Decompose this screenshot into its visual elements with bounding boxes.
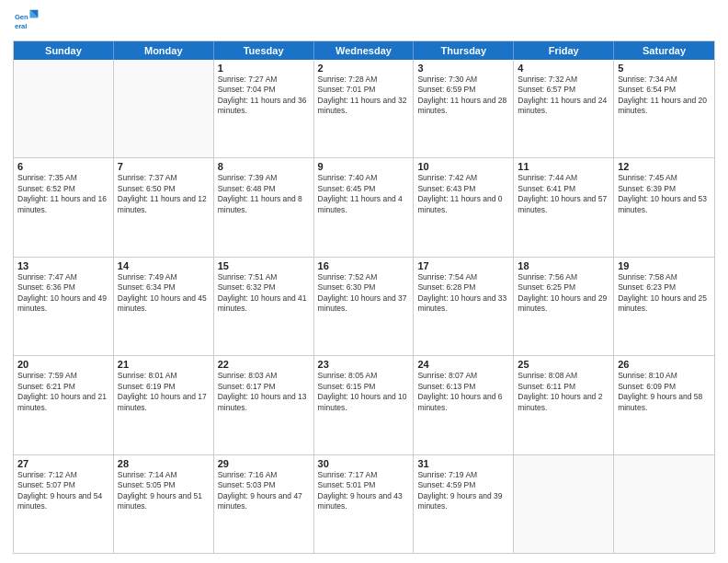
day-number: 14 [118,260,210,271]
cal-cell: 24Sunrise: 8:07 AM Sunset: 6:13 PM Dayli… [414,356,514,454]
cal-cell: 25Sunrise: 8:08 AM Sunset: 6:11 PM Dayli… [514,356,614,454]
cal-cell: 30Sunrise: 7:17 AM Sunset: 5:01 PM Dayli… [314,455,415,553]
day-number: 29 [218,458,310,469]
day-number: 10 [417,161,509,172]
cell-content: Sunrise: 7:58 AM Sunset: 6:23 PM Dayligh… [618,272,711,315]
header-day-saturday: Saturday [614,41,714,60]
cell-content: Sunrise: 7:51 AM Sunset: 6:32 PM Dayligh… [218,272,310,315]
day-number: 30 [318,458,410,469]
week-row-1: 1Sunrise: 7:27 AM Sunset: 7:04 PM Daylig… [14,60,714,158]
svg-text:eral: eral [15,22,28,30]
cal-cell: 20Sunrise: 7:59 AM Sunset: 6:21 PM Dayli… [14,356,114,454]
day-number: 23 [318,359,410,370]
day-number: 15 [218,260,310,271]
cal-cell: 31Sunrise: 7:19 AM Sunset: 4:59 PM Dayli… [414,455,514,553]
cal-cell: 15Sunrise: 7:51 AM Sunset: 6:32 PM Dayli… [214,258,314,355]
cell-content: Sunrise: 7:16 AM Sunset: 5:03 PM Dayligh… [218,470,310,512]
cell-content: Sunrise: 7:17 AM Sunset: 5:01 PM Dayligh… [318,470,410,512]
header-day-monday: Monday [114,41,214,60]
cell-content: Sunrise: 7:40 AM Sunset: 6:45 PM Dayligh… [318,173,410,215]
header: Gen eral [13,9,715,35]
day-number: 27 [17,458,109,469]
cal-cell: 28Sunrise: 7:14 AM Sunset: 5:05 PM Dayli… [114,455,214,553]
cell-content: Sunrise: 7:32 AM Sunset: 6:57 PM Dayligh… [518,75,609,117]
cal-cell: 23Sunrise: 8:05 AM Sunset: 6:15 PM Dayli… [314,356,415,454]
cell-content: Sunrise: 7:56 AM Sunset: 6:25 PM Dayligh… [518,272,609,315]
cell-content: Sunrise: 8:03 AM Sunset: 6:17 PM Dayligh… [218,371,310,413]
cal-cell: 17Sunrise: 7:54 AM Sunset: 6:28 PM Dayli… [414,258,514,355]
cell-content: Sunrise: 7:52 AM Sunset: 6:30 PM Dayligh… [318,272,410,315]
cal-cell [14,60,114,157]
day-number: 2 [318,63,410,74]
header-day-tuesday: Tuesday [214,41,314,60]
cal-cell: 13Sunrise: 7:47 AM Sunset: 6:36 PM Dayli… [14,258,114,355]
cell-content: Sunrise: 7:19 AM Sunset: 4:59 PM Dayligh… [417,470,509,512]
cell-content: Sunrise: 7:34 AM Sunset: 6:54 PM Dayligh… [618,75,711,117]
day-number: 7 [118,161,210,172]
week-row-5: 27Sunrise: 7:12 AM Sunset: 5:07 PM Dayli… [14,455,714,553]
cell-content: Sunrise: 7:12 AM Sunset: 5:07 PM Dayligh… [17,470,109,512]
day-number: 3 [417,63,509,74]
cal-cell: 5Sunrise: 7:34 AM Sunset: 6:54 PM Daylig… [614,60,714,157]
cell-content: Sunrise: 7:39 AM Sunset: 6:48 PM Dayligh… [218,173,310,215]
logo: Gen eral [13,9,41,35]
cal-cell: 14Sunrise: 7:49 AM Sunset: 6:34 PM Dayli… [114,258,214,355]
cal-cell: 7Sunrise: 7:37 AM Sunset: 6:50 PM Daylig… [114,158,214,256]
cell-content: Sunrise: 8:07 AM Sunset: 6:13 PM Dayligh… [417,371,509,413]
cal-cell: 3Sunrise: 7:30 AM Sunset: 6:59 PM Daylig… [414,60,514,157]
day-number: 31 [417,458,509,469]
cal-cell: 8Sunrise: 7:39 AM Sunset: 6:48 PM Daylig… [214,158,314,256]
day-number: 24 [417,359,509,370]
day-number: 4 [518,63,609,74]
cell-content: Sunrise: 7:45 AM Sunset: 6:39 PM Dayligh… [618,173,711,215]
day-number: 13 [17,260,109,271]
day-number: 20 [17,359,109,370]
day-number: 25 [518,359,609,370]
cal-cell: 10Sunrise: 7:42 AM Sunset: 6:43 PM Dayli… [414,158,514,256]
week-row-2: 6Sunrise: 7:35 AM Sunset: 6:52 PM Daylig… [14,158,714,257]
cal-cell: 12Sunrise: 7:45 AM Sunset: 6:39 PM Dayli… [614,158,714,256]
calendar-body: 1Sunrise: 7:27 AM Sunset: 7:04 PM Daylig… [14,60,714,553]
cal-cell [514,455,614,553]
cal-cell: 18Sunrise: 7:56 AM Sunset: 6:25 PM Dayli… [514,258,614,355]
week-row-3: 13Sunrise: 7:47 AM Sunset: 6:36 PM Dayli… [14,258,714,356]
cell-content: Sunrise: 7:54 AM Sunset: 6:28 PM Dayligh… [417,272,509,315]
header-day-sunday: Sunday [14,41,114,60]
page: Gen eral SundayMondayTuesdayWednesdayThu… [0,0,728,563]
svg-text:Gen: Gen [15,13,28,21]
day-number: 11 [518,161,609,172]
day-number: 1 [218,63,310,74]
cal-cell [114,60,214,157]
day-number: 17 [417,260,509,271]
cal-cell: 11Sunrise: 7:44 AM Sunset: 6:41 PM Dayli… [514,158,614,256]
day-number: 18 [518,260,609,271]
cal-cell: 29Sunrise: 7:16 AM Sunset: 5:03 PM Dayli… [214,455,314,553]
cell-content: Sunrise: 7:44 AM Sunset: 6:41 PM Dayligh… [518,173,609,215]
cal-cell: 16Sunrise: 7:52 AM Sunset: 6:30 PM Dayli… [314,258,415,355]
week-row-4: 20Sunrise: 7:59 AM Sunset: 6:21 PM Dayli… [14,356,714,454]
cal-cell: 9Sunrise: 7:40 AM Sunset: 6:45 PM Daylig… [314,158,415,256]
cal-cell: 26Sunrise: 8:10 AM Sunset: 6:09 PM Dayli… [614,356,714,454]
cal-cell: 22Sunrise: 8:03 AM Sunset: 6:17 PM Dayli… [214,356,314,454]
cell-content: Sunrise: 7:30 AM Sunset: 6:59 PM Dayligh… [417,75,509,117]
cell-content: Sunrise: 7:28 AM Sunset: 7:01 PM Dayligh… [318,75,410,117]
cell-content: Sunrise: 7:27 AM Sunset: 7:04 PM Dayligh… [218,75,310,117]
cell-content: Sunrise: 7:14 AM Sunset: 5:05 PM Dayligh… [118,470,210,512]
day-number: 6 [17,161,109,172]
cell-content: Sunrise: 7:47 AM Sunset: 6:36 PM Dayligh… [17,272,109,315]
cell-content: Sunrise: 7:35 AM Sunset: 6:52 PM Dayligh… [17,173,109,215]
day-number: 22 [218,359,310,370]
cal-cell: 6Sunrise: 7:35 AM Sunset: 6:52 PM Daylig… [14,158,114,256]
day-number: 12 [618,161,711,172]
cell-content: Sunrise: 7:59 AM Sunset: 6:21 PM Dayligh… [17,371,109,413]
header-day-thursday: Thursday [414,41,514,60]
day-number: 21 [118,359,210,370]
logo-icon: Gen eral [13,9,39,35]
cell-content: Sunrise: 8:05 AM Sunset: 6:15 PM Dayligh… [318,371,410,413]
day-number: 26 [618,359,711,370]
calendar: SundayMondayTuesdayWednesdayThursdayFrid… [13,40,715,554]
cal-cell: 4Sunrise: 7:32 AM Sunset: 6:57 PM Daylig… [514,60,614,157]
header-day-friday: Friday [514,41,614,60]
cal-cell: 21Sunrise: 8:01 AM Sunset: 6:19 PM Dayli… [114,356,214,454]
cal-cell: 27Sunrise: 7:12 AM Sunset: 5:07 PM Dayli… [14,455,114,553]
